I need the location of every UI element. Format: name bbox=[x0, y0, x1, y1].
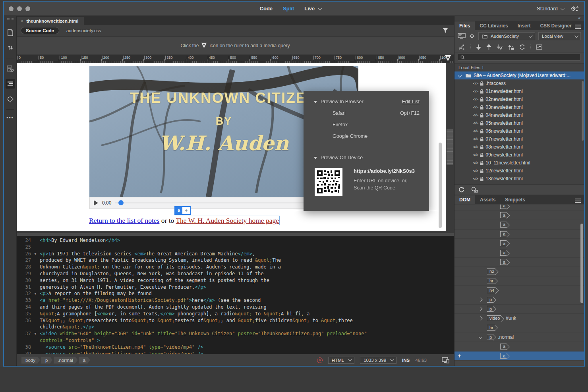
tag-selector[interactable]: p bbox=[41, 357, 52, 364]
seek-knob[interactable] bbox=[118, 200, 124, 205]
minimize-window-icon[interactable] bbox=[17, 6, 22, 11]
sync-settings-icon[interactable] bbox=[571, 6, 578, 12]
chevron-down-icon[interactable] bbox=[458, 73, 462, 77]
put-files-icon[interactable] bbox=[486, 44, 491, 50]
connect-server-icon[interactable] bbox=[458, 44, 465, 50]
site-setup-icon[interactable] bbox=[458, 33, 466, 39]
split-view-button[interactable]: Split bbox=[283, 6, 294, 12]
document-tab[interactable]: × theunknowncitizen.html bbox=[17, 17, 84, 25]
browser-menu-item[interactable]: Firefox bbox=[304, 119, 429, 130]
panel-menu-icon[interactable] bbox=[575, 25, 581, 29]
workspace-switcher[interactable]: Standard bbox=[537, 6, 563, 12]
refresh-icon[interactable] bbox=[458, 187, 464, 193]
dom-node-row[interactable]: h2 bbox=[455, 267, 584, 276]
doctype-select[interactable]: HTML bbox=[328, 357, 354, 364]
dom-node-row[interactable]: a bbox=[455, 220, 584, 230]
panel-tab-dom[interactable]: DOM bbox=[455, 195, 475, 204]
dom-node-row[interactable]: video#unk bbox=[455, 314, 584, 323]
git-icon[interactable] bbox=[469, 33, 475, 39]
dom-tag-chip[interactable]: a bbox=[500, 250, 507, 256]
expand-icon[interactable] bbox=[479, 316, 483, 320]
expand-icon[interactable] bbox=[479, 297, 483, 301]
expand-panel-icon[interactable] bbox=[536, 44, 542, 50]
dom-node-row[interactable]: hr bbox=[455, 323, 584, 333]
panel-menu-icon[interactable] bbox=[575, 199, 581, 203]
dom-node-row[interactable]: a bbox=[455, 205, 584, 211]
play-icon[interactable] bbox=[94, 200, 98, 206]
dom-tag-chip[interactable]: a bbox=[500, 344, 507, 350]
device-preview-url[interactable]: https://adobe.ly/2NkS0s3 bbox=[354, 168, 415, 174]
media-query-marker-icon[interactable] bbox=[445, 55, 451, 62]
dom-tree[interactable]: aaaaaaah2hrh4ppvideo#unkhrp.normala+a bbox=[455, 205, 584, 366]
panel-tab-snippets[interactable]: Snippets bbox=[500, 195, 530, 204]
live-view-options-icon[interactable] bbox=[6, 64, 15, 73]
auden-society-link[interactable]: The W. H. Auden Society home page bbox=[176, 216, 279, 224]
code-editor[interactable]: 24<h4>By Edward Mendelson</h4>2526▼<p>In… bbox=[17, 236, 454, 354]
files-scrollbar[interactable] bbox=[582, 81, 584, 141]
ruler[interactable]: 0501001502002503003504004505005506006507… bbox=[17, 55, 454, 63]
site-select[interactable]: AudenSociety bbox=[478, 32, 535, 40]
local-files-header[interactable]: Local Files ↑ bbox=[455, 63, 584, 71]
files-search-input[interactable] bbox=[458, 54, 581, 61]
dom-node-row[interactable]: a bbox=[455, 230, 584, 239]
dom-node-row[interactable]: a bbox=[455, 248, 584, 258]
close-tab-icon[interactable]: × bbox=[21, 19, 23, 23]
file-row[interactable]: </>09newsletter.html bbox=[455, 151, 584, 159]
get-files-icon[interactable] bbox=[476, 44, 481, 50]
fold-arrow-icon[interactable]: ▼ bbox=[31, 330, 40, 337]
dom-tag-chip[interactable]: hr bbox=[487, 325, 495, 331]
collapse-icon[interactable] bbox=[479, 335, 483, 339]
notes-link[interactable]: Return to the list of notes bbox=[89, 216, 159, 224]
dom-tag-chip[interactable]: a bbox=[500, 353, 507, 359]
dom-node-row[interactable]: a bbox=[455, 239, 584, 248]
file-row[interactable]: </>02newsletter.html bbox=[455, 95, 584, 103]
file-row[interactable]: </>14newsletter.html bbox=[455, 183, 584, 184]
add-class-button[interactable]: + bbox=[182, 207, 190, 214]
site-root-row[interactable]: Site – AudenSociety (Mojave:Users:edward… bbox=[455, 71, 584, 79]
sync-icon[interactable] bbox=[519, 44, 525, 50]
tag-selector[interactable]: a bbox=[79, 357, 90, 364]
device-preview-icon[interactable] bbox=[442, 357, 450, 363]
preview-in-browser-header[interactable]: Preview In Browser bbox=[314, 99, 364, 104]
toolbar-grip[interactable] bbox=[7, 18, 14, 20]
filter-icon[interactable] bbox=[443, 28, 448, 33]
source-code-button[interactable]: Source Code bbox=[21, 27, 59, 34]
close-window-icon[interactable] bbox=[9, 6, 14, 11]
dom-node-row[interactable]: a bbox=[455, 258, 584, 267]
element-tag-label[interactable]: a bbox=[175, 207, 182, 214]
dom-tag-chip[interactable]: a bbox=[500, 259, 507, 265]
zoom-window-icon[interactable] bbox=[25, 6, 30, 11]
file-row[interactable]: </>01newsletter.html bbox=[455, 87, 584, 95]
view-mode-select[interactable]: Local view bbox=[538, 32, 581, 40]
dom-tag-chip[interactable]: p bbox=[487, 306, 493, 312]
panel-tab-cc-libraries[interactable]: CC Libraries bbox=[475, 21, 513, 30]
dom-node-row[interactable]: a bbox=[455, 342, 584, 351]
dom-node-row[interactable]: a bbox=[455, 211, 584, 220]
file-management-icon[interactable] bbox=[6, 43, 15, 52]
dom-node-row[interactable]: p bbox=[455, 295, 584, 305]
expand-icon[interactable] bbox=[479, 307, 483, 311]
dom-tag-chip[interactable]: h2 bbox=[487, 268, 495, 274]
file-row[interactable]: </>05newsletter.html bbox=[455, 119, 584, 127]
dom-tag-chip[interactable]: video bbox=[487, 315, 501, 321]
dom-node-row[interactable]: hr bbox=[455, 276, 584, 286]
dom-node-row[interactable]: +a bbox=[455, 351, 584, 361]
tag-selector[interactable]: .normal bbox=[54, 357, 77, 364]
panel-drag-handle[interactable] bbox=[447, 129, 453, 165]
design-view[interactable]: THE UNKNOWN CITIZEN BY W.H. Auden 0:00 bbox=[17, 63, 454, 233]
edit-list-link[interactable]: Edit List bbox=[402, 99, 420, 104]
dom-node-row[interactable]: h4 bbox=[455, 286, 584, 295]
file-row[interactable]: </>12newsletter.html bbox=[455, 167, 584, 175]
dom-tag-chip[interactable]: a bbox=[500, 231, 507, 237]
dom-tag-chip[interactable]: a bbox=[500, 205, 507, 209]
check-in-icon[interactable] bbox=[508, 44, 514, 50]
file-row[interactable]: </>07newsletter.html bbox=[455, 135, 584, 143]
file-row[interactable]: </>13newsletter.html bbox=[455, 175, 584, 183]
related-css-file[interactable]: audensociety.css bbox=[66, 28, 101, 33]
fold-arrow-icon[interactable]: ▼ bbox=[31, 290, 40, 297]
file-row[interactable]: </>10–11newsletter.html bbox=[455, 159, 584, 167]
browser-menu-item[interactable]: SafariOpt+F12 bbox=[304, 107, 429, 119]
more-tools-icon[interactable]: ••• bbox=[6, 115, 14, 121]
dom-tag-chip[interactable]: a bbox=[500, 240, 507, 246]
fold-arrow-icon[interactable]: ▼ bbox=[31, 251, 40, 257]
